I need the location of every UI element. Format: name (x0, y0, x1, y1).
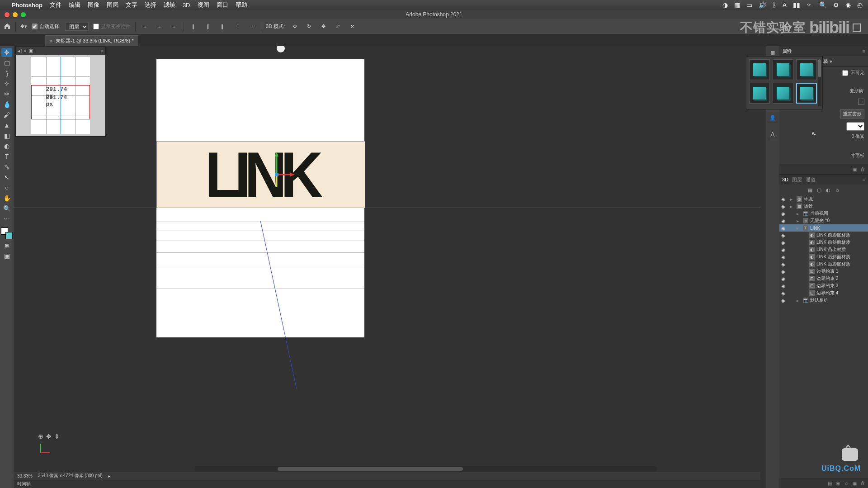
input-icon[interactable]: A (783, 1, 787, 9)
menu-app[interactable]: Photoshop (12, 2, 42, 9)
menu-help[interactable]: 帮助 (236, 1, 247, 9)
visibility-icon[interactable]: ◉ (781, 269, 787, 274)
distribute-button[interactable]: ⋮ (232, 22, 242, 32)
menu-view[interactable]: 视图 (198, 1, 209, 9)
marquee-tool[interactable]: ▢ (1, 58, 12, 67)
crop-tool[interactable]: ✂ (1, 90, 12, 99)
bluetooth-icon[interactable]: ᛒ (773, 1, 776, 9)
wifi-icon[interactable]: ᯤ (807, 1, 813, 9)
panel-button-6[interactable]: A (768, 129, 778, 139)
render-icon[interactable]: ▣ (852, 480, 857, 486)
navigator-preview[interactable]: 291.74 px 291.74 px (16, 55, 105, 136)
align-top-button[interactable]: ‖ (189, 22, 198, 32)
timeline-panel-tab[interactable]: 时间轴 (14, 480, 760, 488)
filter-light-icon[interactable]: ☼ (835, 187, 840, 193)
3d-layer-row[interactable]: ◉▸▦场景 (779, 203, 868, 210)
home-button[interactable] (4, 23, 11, 31)
tab-layers[interactable]: 图层 (792, 176, 802, 183)
twirl-icon[interactable]: ▸ (797, 218, 801, 223)
align-left-button[interactable]: ≡ (140, 22, 150, 32)
visibility-icon[interactable]: ◉ (781, 226, 787, 231)
visibility-icon[interactable]: ◉ (781, 284, 787, 289)
3d-layer-row[interactable]: ◉▸📷默认相机 (779, 297, 868, 304)
filter-material-icon[interactable]: ◐ (826, 187, 830, 193)
menu-3d[interactable]: 3D (183, 2, 190, 9)
twirl-icon[interactable]: ▸ (797, 298, 801, 303)
siri-icon[interactable]: ◉ (845, 1, 851, 9)
preset-option[interactable] (773, 83, 793, 104)
visibility-icon[interactable]: ◉ (781, 255, 787, 260)
align-center-v-button[interactable]: ‖ (203, 22, 213, 32)
clock-icon[interactable]: ◴ (857, 1, 863, 9)
color-swatches[interactable] (1, 227, 13, 239)
status-icon[interactable]: ▭ (746, 1, 752, 9)
horizontal-scrollbar[interactable] (194, 466, 657, 472)
minimize-window-button[interactable] (13, 12, 18, 17)
hand-tool[interactable]: ✋ (1, 194, 12, 203)
trash-icon[interactable]: 🗑 (860, 480, 865, 486)
edit-toolbar[interactable]: ⋯ (1, 214, 12, 223)
navigator-panel[interactable]: ◂ | × ▣ ≡ 291.74 px 291.74 px (15, 46, 106, 137)
preset-option-selected[interactable] (796, 83, 817, 104)
footer-icon[interactable]: ◉ (836, 480, 840, 486)
gradient-tool[interactable]: ◐ (1, 142, 12, 151)
zoom-tool[interactable]: 🔍 (1, 204, 12, 213)
visibility-icon[interactable]: ◉ (781, 262, 787, 267)
deform-axis-picker[interactable]: · (858, 99, 864, 105)
twirl-icon[interactable]: ▸ (797, 226, 801, 231)
more-align-button[interactable]: ⋯ (246, 22, 256, 32)
3d-layer-row[interactable]: ◉▸☼无限光 ^0 (779, 217, 868, 224)
shape-preset-picker[interactable]: ⚙ ▾ (746, 56, 823, 109)
props-dropdown[interactable] (846, 122, 864, 131)
quickmask-tool[interactable]: ◙ (1, 241, 12, 250)
status-icon[interactable]: ◑ (722, 1, 728, 9)
navigator-pin-icon[interactable]: ▣ (29, 48, 33, 53)
menu-window[interactable]: 窗口 (217, 1, 228, 9)
visibility-icon[interactable]: ◉ (781, 298, 787, 303)
3d-layer-row[interactable]: ◉⊡边界约束 4 (779, 289, 868, 297)
menu-select[interactable]: 选择 (145, 1, 156, 9)
3d-layer-row[interactable]: ◉◐LINK 凸出材质 (779, 246, 868, 253)
3d-roll-button[interactable]: ↻ (304, 22, 314, 32)
type-tool[interactable]: T (1, 152, 12, 161)
align-center-h-button[interactable]: ≡ (155, 22, 165, 32)
preset-option[interactable] (796, 59, 817, 80)
move-tool[interactable]: ✥ (1, 48, 12, 57)
3d-text-object[interactable]: LINK (156, 141, 365, 208)
3d-pan-button[interactable]: ✥ (318, 22, 328, 32)
navigator-menu-icon[interactable]: ≡ (101, 48, 104, 53)
control-center-icon[interactable]: ⚙ (833, 1, 839, 9)
3d-zoom-button[interactable]: ⤧ (347, 22, 357, 32)
background-swatch[interactable] (5, 232, 13, 239)
eyedropper-tool[interactable]: 💧 (1, 100, 12, 109)
menu-edit[interactable]: 编辑 (69, 1, 80, 9)
twirl-icon[interactable]: ▸ (790, 197, 795, 202)
3d-layer-row[interactable]: ◉◐LINK 后斜面材质 (779, 253, 868, 261)
3d-slide-button[interactable]: ⤢ (333, 22, 343, 32)
auto-select-dropdown[interactable]: 图层 (65, 23, 89, 31)
3d-layer-row[interactable]: ◉▸◍环境 (779, 195, 868, 203)
eraser-tool[interactable]: ◧ (1, 131, 12, 140)
close-window-button[interactable] (5, 12, 9, 17)
preset-option[interactable] (773, 59, 793, 80)
3d-layer-list[interactable]: ◉▸◍环境◉▸▦场景◉▸📷当前视图◉▸☼无限光 ^0◉▸TLINK◉◐LINK … (779, 195, 868, 478)
status-icon[interactable]: ▦ (734, 1, 740, 9)
shape-tool[interactable]: ○ (1, 183, 12, 192)
tab-channels[interactable]: 通道 (806, 176, 816, 183)
visibility-icon[interactable]: ◉ (781, 240, 787, 245)
battery-icon[interactable]: ▮▮ (793, 1, 800, 9)
gear-icon[interactable]: ⚙ ▾ (823, 58, 832, 65)
panel-menu-icon[interactable]: ≡ (863, 177, 865, 182)
zoom-level[interactable]: 33.33% (17, 474, 33, 479)
menu-filter[interactable]: 滤镜 (164, 1, 175, 9)
3d-layer-row[interactable]: ◉◐LINK 前斜面材质 (779, 239, 868, 246)
reset-deform-button[interactable]: 重置变形 (840, 109, 864, 118)
document-tab[interactable]: × 未标题-1 @ 33.3% (LINK, RGB/8) * (45, 35, 138, 46)
visibility-icon[interactable]: ◉ (781, 204, 787, 209)
filter-scene-icon[interactable]: ▦ (808, 187, 812, 193)
pan-icon[interactable]: ✥ (46, 433, 52, 440)
path-select-tool[interactable]: ↖ (1, 173, 12, 182)
3d-layer-row[interactable]: ◉▸📷当前视图 (779, 210, 868, 217)
visibility-icon[interactable]: ◉ (781, 247, 787, 252)
document-dimensions[interactable]: 3543 像素 x 4724 像素 (300 ppi) (38, 473, 103, 479)
